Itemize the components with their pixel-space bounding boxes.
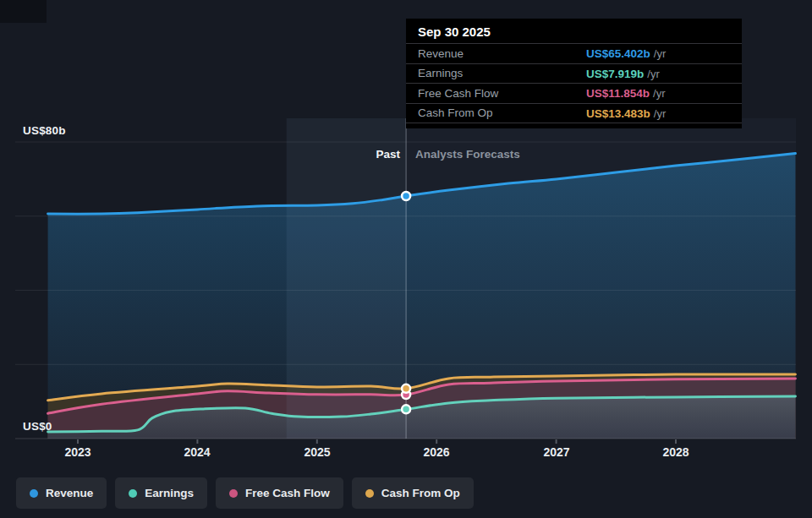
series-color-dot-icon [365, 489, 374, 498]
legend-item-earnings[interactable]: Earnings [115, 477, 207, 509]
x-axis-tick-label: 2026 [411, 445, 462, 459]
tooltip-metric-label: Free Cash Flow [418, 87, 586, 100]
x-axis-tick-label: 2024 [172, 445, 222, 459]
tooltip-row-cash-from-op: Cash From OpUS$13.483b/yr [406, 104, 742, 124]
y-axis-label-top: US$80b [23, 124, 66, 137]
earnings-marker-dot[interactable] [402, 405, 410, 413]
legend-item-label: Free Cash Flow [245, 487, 330, 499]
series-color-dot-icon [129, 489, 137, 498]
y-axis-label-zero: US$0 [23, 420, 52, 433]
tooltip-unit: /yr [653, 87, 665, 100]
tooltip-metric-value-col: US$13.483b/yr [586, 106, 730, 121]
series-color-dot-icon [229, 489, 238, 498]
tooltip-metric-label: Revenue [418, 47, 586, 60]
past-label: Past [273, 148, 400, 161]
tooltip-metric-value: US$65.402b [586, 47, 650, 60]
tooltip-row-free-cash-flow: Free Cash FlowUS$11.854b/yr [406, 84, 742, 104]
legend-item-cash-from-op[interactable]: Cash From Op [352, 477, 474, 509]
tooltip-date: Sep 30 2025 [406, 19, 742, 44]
legend-item-label: Revenue [46, 487, 93, 499]
earnings-revenue-growth-chart: US$80b US$0 Past Analysts Forecasts 2023… [0, 0, 812, 518]
tooltip-metric-label: Earnings [418, 67, 586, 79]
x-axis-tick-label: 2025 [292, 445, 343, 459]
legend-item-revenue[interactable]: Revenue [16, 477, 107, 509]
tooltip-metric-value: US$7.919b [586, 68, 644, 80]
legend-item-label: Cash From Op [381, 487, 460, 499]
tooltip-unit: /yr [654, 107, 666, 120]
tooltip-unit: /yr [654, 47, 666, 60]
chart-tooltip: Sep 30 2025 RevenueUS$65.402b/yrEarnings… [406, 19, 742, 128]
chart-legend: RevenueEarningsFree Cash FlowCash From O… [16, 477, 474, 509]
legend-item-label: Earnings [145, 487, 194, 499]
tooltip-metric-value-col: US$65.402b/yr [586, 46, 730, 61]
x-axis-tick-label: 2028 [650, 445, 701, 459]
past-year-highlight-band [287, 118, 406, 439]
tooltip-row-earnings: EarningsUS$7.919b/yr [406, 64, 742, 85]
tooltip-row-revenue: RevenueUS$65.402b/yr [406, 44, 742, 64]
forecast-label: Analysts Forecasts [415, 148, 520, 161]
cash-from-op-marker-dot[interactable] [402, 384, 410, 393]
tooltip-metric-value-col: US$11.854b/yr [586, 85, 730, 101]
forecast-region [406, 118, 796, 439]
tooltip-metric-value-col: US$7.919b/yr [586, 66, 730, 81]
tooltip-unit: /yr [647, 68, 659, 80]
legend-item-free-cash-flow[interactable]: Free Cash Flow [216, 477, 343, 509]
revenue-marker-dot[interactable] [402, 192, 410, 200]
x-axis-tick-label: 2023 [52, 445, 103, 459]
tooltip-metric-value: US$11.854b [586, 87, 650, 100]
tooltip-metric-label: Cash From Op [418, 106, 586, 119]
series-color-dot-icon [30, 489, 38, 498]
tooltip-metric-value: US$13.483b [586, 107, 650, 120]
x-axis-tick-label: 2027 [531, 445, 582, 459]
